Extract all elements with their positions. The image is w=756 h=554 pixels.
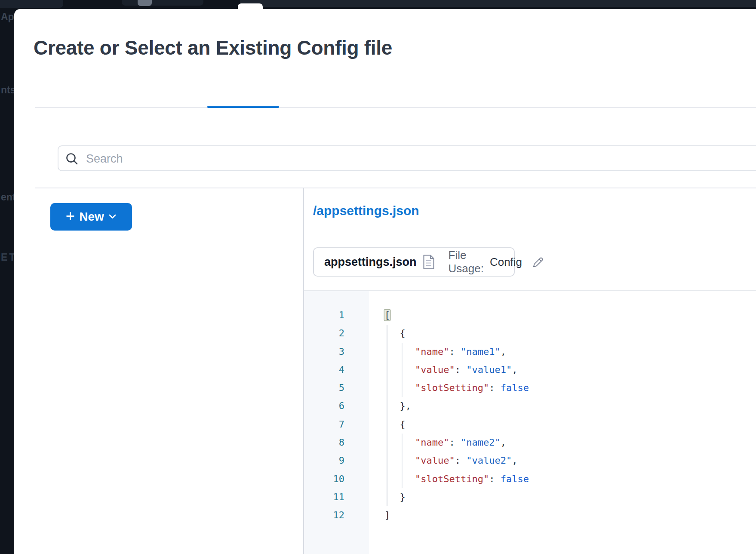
backdrop-header-block bbox=[122, 0, 203, 6]
code-line: 10"slotSetting": false bbox=[304, 470, 756, 488]
backdrop-header-block bbox=[240, 0, 756, 7]
edit-pencil-icon[interactable] bbox=[532, 255, 545, 269]
tab-bar-border bbox=[35, 107, 756, 108]
page-title: Create or Select an Existing Config file bbox=[34, 36, 392, 59]
line-number: 2 bbox=[304, 324, 344, 342]
code-text: } bbox=[384, 488, 406, 506]
code-text: "value": "value2", bbox=[384, 452, 517, 470]
active-tab-underline bbox=[207, 106, 279, 108]
code-line: 4"value": "value1", bbox=[304, 361, 756, 379]
code-line: 3"name": "name1", bbox=[304, 343, 756, 361]
new-button-label: New bbox=[79, 210, 104, 224]
code-text: "slotSetting": false bbox=[384, 470, 529, 488]
code-line: 11} bbox=[304, 488, 756, 506]
line-number: 8 bbox=[304, 434, 344, 452]
code-text: "name": "name1", bbox=[384, 343, 506, 361]
line-number: 10 bbox=[304, 470, 344, 488]
line-number: 6 bbox=[304, 397, 344, 415]
code-text: }, bbox=[384, 397, 411, 415]
code-panel-divider bbox=[304, 290, 756, 291]
code-text: "slotSetting": false bbox=[384, 379, 529, 397]
plus-icon bbox=[66, 212, 74, 222]
line-number: 12 bbox=[304, 506, 344, 524]
line-number: 9 bbox=[304, 452, 344, 470]
screen: Api nts ents ETI Create or Select an Exi… bbox=[0, 0, 756, 554]
code-text: ] bbox=[384, 506, 390, 524]
search-icon bbox=[65, 152, 79, 168]
backdrop-sidebar-text: nts bbox=[1, 84, 16, 96]
code-line: 2{ bbox=[304, 324, 756, 342]
code-line: 7{ bbox=[304, 416, 756, 434]
search-input[interactable] bbox=[85, 147, 756, 170]
line-number: 11 bbox=[304, 488, 344, 506]
file-usage-label: File Usage: bbox=[449, 249, 484, 275]
new-button[interactable]: New bbox=[50, 203, 132, 231]
backdrop-header-block bbox=[0, 0, 63, 8]
code-line: 1[ bbox=[304, 306, 756, 324]
code-line: 8"name": "name2", bbox=[304, 434, 756, 452]
code-text: "value": "value1", bbox=[384, 361, 517, 379]
code-line: 9"value": "value2", bbox=[304, 452, 756, 470]
code-text: { bbox=[384, 324, 406, 342]
file-info-bar: appsettings.json File Usage: Config bbox=[313, 247, 515, 277]
line-number: 4 bbox=[304, 361, 344, 379]
code-text: "name": "name2", bbox=[384, 434, 506, 452]
document-icon bbox=[423, 255, 435, 269]
code-text: [ bbox=[384, 306, 390, 324]
code-line: 6}, bbox=[304, 397, 756, 415]
toolbar-divider bbox=[35, 188, 756, 188]
search-box[interactable] bbox=[58, 145, 756, 171]
line-number: 5 bbox=[304, 379, 344, 397]
file-usage-value: Config bbox=[490, 255, 522, 269]
file-name: appsettings.json bbox=[324, 255, 417, 269]
code-text: { bbox=[384, 416, 406, 434]
code-line: 12] bbox=[304, 506, 756, 524]
code-editor[interactable]: 1[2{3"name": "name1",4"value": "value1",… bbox=[304, 306, 756, 525]
chevron-down-icon bbox=[109, 214, 116, 220]
file-path-link[interactable]: /appsettings.json bbox=[313, 203, 419, 218]
code-line: 5"slotSetting": false bbox=[304, 379, 756, 397]
line-number: 3 bbox=[304, 343, 344, 361]
line-number: 7 bbox=[304, 416, 344, 434]
line-number: 1 bbox=[304, 306, 344, 324]
backdrop-button-fragment bbox=[138, 0, 152, 6]
